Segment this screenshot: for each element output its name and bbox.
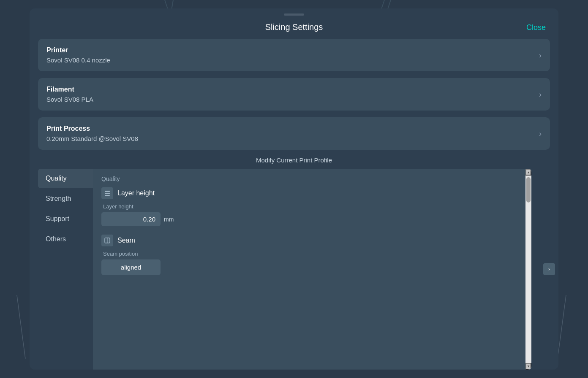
- scrollbar-thumb[interactable]: [526, 177, 531, 202]
- content-section-title: Quality: [101, 176, 517, 182]
- scrollbar-track: ▲ ▼: [525, 169, 531, 370]
- svg-rect-7: [105, 193, 110, 194]
- content-scroll[interactable]: Quality Layer height: [93, 169, 525, 370]
- filament-chevron-icon: ›: [539, 90, 542, 99]
- seam-field-row: aligned: [101, 259, 517, 275]
- bottom-panel: Quality Strength Support Others Quality: [38, 169, 558, 370]
- modal-header: Slicing Settings Close: [30, 16, 558, 39]
- seam-title: Seam: [117, 237, 135, 244]
- print-process-label: Print Process: [46, 125, 542, 132]
- scrollbar-down-button[interactable]: ▼: [525, 363, 531, 370]
- layer-height-group: Layer height Layer height mm: [101, 187, 517, 226]
- page-wrapper: Slicing Settings Close Printer Sovol SV0…: [0, 0, 588, 378]
- expand-right-button[interactable]: ›: [543, 263, 555, 275]
- printer-label: Printer: [46, 46, 542, 54]
- printer-section-card[interactable]: Printer Sovol SV08 0.4 nozzle ›: [38, 39, 550, 71]
- content-area: Quality Layer height: [93, 169, 531, 370]
- sidebar-item-support[interactable]: Support: [38, 209, 93, 229]
- layer-height-input[interactable]: [101, 212, 161, 226]
- sidebar-item-strength[interactable]: Strength: [38, 189, 93, 208]
- print-process-section-card[interactable]: Print Process 0.20mm Standard @Sovol SV0…: [38, 117, 550, 150]
- seam-position-label: Seam position: [101, 251, 517, 257]
- printer-chevron-icon: ›: [539, 51, 542, 59]
- layer-height-title: Layer height: [117, 189, 155, 197]
- filament-value: Sovol SV08 PLA: [46, 96, 542, 103]
- printer-value: Sovol SV08 0.4 nozzle: [46, 57, 542, 64]
- modify-profile-label: Modify Current Print Profile: [30, 157, 558, 164]
- sidebar-item-quality[interactable]: Quality: [38, 169, 93, 188]
- close-button[interactable]: Close: [526, 23, 546, 32]
- layer-height-header: Layer height: [101, 187, 517, 199]
- seam-icon: [101, 235, 113, 246]
- modal-container: Slicing Settings Close Printer Sovol SV0…: [30, 8, 558, 370]
- filament-label: Filament: [46, 86, 542, 93]
- layer-height-field-label: Layer height: [101, 203, 517, 210]
- filament-section-card[interactable]: Filament Sovol SV08 PLA ›: [38, 78, 550, 111]
- svg-rect-6: [105, 191, 110, 192]
- modal-title: Slicing Settings: [265, 22, 323, 32]
- sidebar-item-others[interactable]: Others: [38, 230, 93, 249]
- sidebar: Quality Strength Support Others: [38, 169, 93, 370]
- print-process-chevron-icon: ›: [539, 129, 542, 138]
- svg-line-4: [17, 295, 25, 359]
- print-process-value: 0.20mm Standard @Sovol SV08: [46, 135, 542, 142]
- svg-rect-8: [105, 195, 110, 196]
- seam-position-dropdown[interactable]: aligned: [101, 259, 161, 275]
- layer-height-field-row: mm: [101, 212, 517, 226]
- layer-height-unit: mm: [164, 216, 174, 223]
- scrollbar-up-button[interactable]: ▲: [525, 169, 531, 176]
- seam-header: Seam: [101, 235, 517, 246]
- layers-icon: [101, 187, 113, 199]
- scrollbar-track-inner: [525, 176, 531, 363]
- seam-group: Seam Seam position aligned: [101, 235, 517, 275]
- svg-line-5: [558, 295, 566, 359]
